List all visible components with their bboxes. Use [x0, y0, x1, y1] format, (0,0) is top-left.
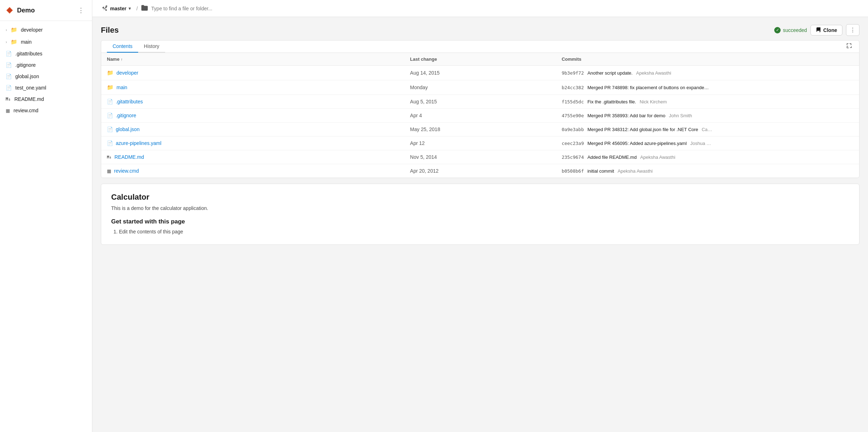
row-commit-hash: 9b3e9f72	[562, 70, 584, 76]
readme-list: Edit the contents of this page	[111, 229, 849, 234]
sidebar-item-gitignore[interactable]: 📄 .gitignore	[0, 59, 92, 71]
clone-label: Clone	[823, 27, 837, 33]
topbar: master ▾ /	[92, 0, 868, 17]
markdown-icon: M↓	[6, 97, 11, 102]
row-file-name[interactable]: review.cmd	[114, 168, 139, 174]
row-file-name[interactable]: azure-pipelines.yaml	[116, 140, 161, 146]
clone-button[interactable]: Clone	[810, 25, 842, 36]
row-commit-author: Apeksha Awasthi	[636, 70, 671, 76]
files-section: Contents History Name ↑ Last change Comm…	[101, 40, 859, 178]
sidebar-more-button[interactable]: ⋮	[76, 6, 86, 15]
row-last-change: Apr 20, 2012	[405, 164, 556, 178]
row-file-name[interactable]: .gitattributes	[116, 99, 143, 104]
table-row[interactable]: 📄 azure-pipelines.yaml Apr 12 ceec23a9 M…	[101, 136, 859, 150]
chevron-right-icon: ›	[6, 40, 7, 44]
row-commit-hash: b24cc382	[562, 85, 584, 90]
row-commit-hash: ceec23a9	[562, 141, 584, 146]
row-commit-author: John Smith	[669, 113, 692, 118]
row-commit: b0508b6f initial commit Apeksha Awasthi	[556, 164, 859, 178]
sidebar-header: Demo ⋮	[0, 0, 92, 21]
table-row[interactable]: 📁 developer Aug 14, 2015 9b3e9f72 Anothe…	[101, 66, 859, 80]
status-label: succeeded	[783, 27, 807, 33]
sidebar-item-review-cmd[interactable]: ▦ review.cmd	[0, 105, 92, 116]
sidebar-item-main[interactable]: ›📁 main	[0, 36, 92, 48]
table-row[interactable]: 📄 .gitattributes Aug 5, 2015 f155d5dc Fi…	[101, 95, 859, 109]
branch-selector[interactable]: master ▾	[99, 4, 134, 13]
sidebar-item-label: .gitattributes	[15, 51, 42, 56]
row-commit-hash: f155d5dc	[562, 99, 584, 104]
file-icon: 📄	[6, 85, 12, 91]
row-commit: 235c9674 Added file README.md Apeksha Aw…	[556, 150, 859, 164]
tab-contents[interactable]: Contents	[107, 40, 138, 53]
file-icon: 📄	[6, 51, 12, 56]
sidebar-item-label: main	[21, 39, 32, 45]
sidebar: Demo ⋮ ›📁 developer ›📁 main 📄 .gitattrib…	[0, 0, 92, 432]
tab-history[interactable]: History	[138, 40, 165, 53]
table-header: Name ↑ Last change Commits	[101, 53, 859, 66]
col-name[interactable]: Name ↑	[101, 53, 405, 66]
page-title: Files	[101, 26, 119, 35]
row-last-change: Aug 14, 2015	[405, 66, 556, 80]
files-table: Name ↑ Last change Commits 📁 developer A…	[101, 53, 859, 178]
row-commit-message: Merged PR 358993: Add bar for demo	[587, 113, 666, 118]
branch-name: master	[110, 6, 126, 11]
table-row[interactable]: M↓ README.md Nov 5, 2014 235c9674 Added …	[101, 150, 859, 164]
main-content: master ▾ / Files ✓ succeeded Clone	[92, 0, 868, 432]
sidebar-item-label: developer	[21, 27, 43, 33]
row-last-change: Apr 4	[405, 109, 556, 123]
sidebar-item-global-json[interactable]: 📄 global.json	[0, 71, 92, 82]
row-file-name[interactable]: developer	[116, 70, 139, 76]
row-cmd-icon: ▦	[107, 168, 111, 174]
file-icon: 📄	[6, 62, 12, 68]
row-commit: 4755e90e Merged PR 358993: Add bar for d…	[556, 109, 859, 123]
file-icon: 📄	[6, 74, 12, 79]
row-file-name[interactable]: main	[116, 85, 127, 90]
folder-icon: 📁	[11, 27, 17, 33]
sidebar-item-test-one-yaml[interactable]: 📄 test_one.yaml	[0, 82, 92, 93]
content-header: Files ✓ succeeded Clone ⋮	[101, 24, 859, 36]
folder-button[interactable]	[141, 4, 148, 13]
readme-description: This is a demo for the calculator applic…	[111, 205, 849, 211]
expand-button[interactable]	[845, 42, 853, 52]
row-last-change: Nov 5, 2014	[405, 150, 556, 164]
row-commit-message: Fix the .gitattributes file.	[587, 99, 636, 104]
readme-card: Calculator This is a demo for the calcul…	[101, 184, 859, 245]
tabs-bar: Contents History	[101, 40, 859, 53]
table-row[interactable]: 📄 global.json May 25, 2018 0a9e3abb Merg…	[101, 123, 859, 136]
row-commit-author: Apeksha Awasthi	[640, 155, 676, 160]
sidebar-item-gitattributes[interactable]: 📄 .gitattributes	[0, 48, 92, 59]
svg-marker-1	[7, 8, 12, 13]
row-commit-hash: 235c9674	[562, 155, 584, 160]
files-tbody: 📁 developer Aug 14, 2015 9b3e9f72 Anothe…	[101, 66, 859, 178]
more-options-button[interactable]: ⋮	[846, 24, 859, 36]
cmd-icon: ▦	[6, 108, 10, 113]
status-badge: ✓ succeeded	[774, 27, 807, 33]
path-input[interactable]	[151, 6, 861, 11]
tabs: Contents History	[107, 40, 165, 53]
sidebar-item-developer[interactable]: ›📁 developer	[0, 24, 92, 36]
row-file-name[interactable]: .gitignore	[116, 113, 136, 118]
row-commit-author: Joshua …	[690, 141, 711, 146]
col-commits[interactable]: Commits	[556, 53, 859, 66]
row-commit-author: Nick Kirchem	[640, 99, 667, 104]
table-row[interactable]: 📁 main Monday b24cc382 Merged PR 748898:…	[101, 80, 859, 95]
row-file-name[interactable]: global.json	[116, 126, 140, 132]
row-commit: 0a9e3abb Merged PR 348312: Add global.js…	[556, 123, 859, 136]
table-row[interactable]: 📄 .gitignore Apr 4 4755e90e Merged PR 35…	[101, 109, 859, 123]
row-file-name[interactable]: README.md	[114, 154, 144, 160]
logo-icon	[6, 6, 13, 14]
row-folder-icon: 📁	[107, 70, 114, 76]
sidebar-item-label: test_one.yaml	[15, 85, 46, 91]
row-last-change: Monday	[405, 80, 556, 95]
sidebar-item-label: global.json	[15, 74, 39, 79]
more-vertical-icon: ⋮	[78, 7, 84, 14]
row-commit-message: Merged PR 348312: Add global.json file f…	[587, 127, 698, 132]
sort-arrow-icon: ↑	[121, 57, 123, 61]
table-row[interactable]: ▦ review.cmd Apr 20, 2012 b0508b6f initi…	[101, 164, 859, 178]
col-last-change[interactable]: Last change	[405, 53, 556, 66]
app-title: Demo	[6, 6, 35, 14]
row-commit-hash: 4755e90e	[562, 113, 584, 118]
sidebar-item-readme[interactable]: M↓ README.md	[0, 93, 92, 105]
row-commit: f155d5dc Fix the .gitattributes file. Ni…	[556, 95, 859, 109]
more-options-icon: ⋮	[850, 27, 856, 33]
